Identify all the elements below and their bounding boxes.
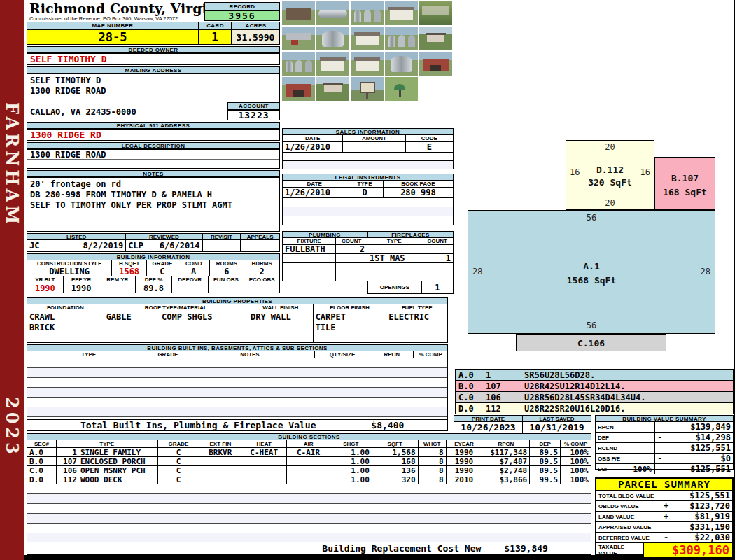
notes-label: NOTES [27, 170, 280, 177]
depovr-value [172, 284, 209, 293]
reviewed-label: REVIEWED [126, 234, 202, 239]
plumbing-row-4 [282, 272, 454, 281]
photo-thumbnail[interactable] [385, 1, 418, 25]
bvs-label: RCLND [596, 443, 655, 453]
building-sections-headers: SEC# TYPE GRADE EXT FIN HEAT AIR SHGT SQ… [27, 440, 592, 448]
dep-value: 99.5 [530, 475, 561, 484]
instrument-empty-row [282, 216, 454, 225]
photo-thumbnail[interactable] [419, 52, 452, 76]
replacement-cost-value: $139,849 [502, 542, 591, 554]
listed-value: JC8/2/2019 [27, 240, 126, 251]
bvs-row: LCF100% $125,551 [596, 464, 733, 474]
comp-value: 100% [561, 448, 591, 456]
parcel-row: OBLDG VALUE +$123,720 [596, 501, 732, 512]
photo-thumbnail[interactable] [385, 52, 418, 76]
ecoobs-value [244, 284, 279, 293]
built-ins-total-row: Total Built Ins, Plumbing & Fireplace Va… [27, 420, 448, 431]
photo-thumbnail[interactable] [385, 27, 418, 50]
wall-finish-label: WALL FINISH [248, 304, 314, 311]
air-value [287, 466, 330, 475]
plumbing-row-2: 1ST MAS 1 [282, 254, 454, 263]
sales-empty-row [282, 161, 454, 169]
grade-value: C [158, 457, 200, 465]
photo-thumbnail[interactable] [316, 1, 349, 25]
photo-thumbnail[interactable] [316, 52, 349, 76]
photo-thumbnail[interactable] [419, 1, 452, 25]
depovr-label: DEPOVR [172, 276, 209, 283]
shgt-value: 1.00 [330, 475, 372, 484]
comp-label: % COMP [561, 440, 591, 447]
photo-thumbnail[interactable] [282, 52, 315, 76]
photo-thumbnail[interactable] [419, 27, 452, 50]
type-label: TYPE [57, 440, 158, 447]
dim-bottom: 56 [468, 321, 715, 330]
photo-thumbnail[interactable] [282, 27, 315, 50]
sales-date-label: DATE [283, 135, 343, 141]
floor-finish-label: FLOOR FINISH [314, 304, 387, 311]
bvs-amount: $139,849 [655, 422, 733, 432]
whgt-value: 8 [419, 475, 447, 484]
bi-rpcn-label: RPCN [370, 351, 414, 358]
dep-value: 89.5 [530, 466, 561, 475]
photo-thumbnail[interactable] [282, 77, 315, 101]
building-properties-headers: FOUNDATION ROOF TYPE/MATERIAL WALL FINIS… [27, 304, 448, 312]
instrument-date-label: DATE [283, 181, 346, 187]
photo-thumbnail[interactable] [316, 27, 349, 50]
air-value [287, 475, 330, 484]
photo-thumbnail[interactable] [351, 1, 384, 25]
rooms-label: ROOMS [210, 260, 245, 267]
shgt-value: 1.00 [330, 466, 372, 475]
photo-thumbnail[interactable] [351, 27, 384, 50]
bdrms-label: BDRMS [244, 260, 279, 267]
sales-amount-value [343, 142, 405, 152]
photo-thumbnail[interactable] [385, 77, 418, 101]
fireplaces-label: FIREPLACES [368, 231, 454, 238]
rpcn-value: $2,748 [482, 466, 530, 475]
fixture-label: FIXTURE [283, 238, 336, 244]
section-sqft: 168 SqFt [655, 187, 715, 197]
funobs-label: FUN OBS [209, 276, 245, 283]
section-name: C.106 [517, 338, 666, 349]
grade-value: C [158, 466, 200, 475]
whgt-value: 8 [419, 457, 447, 465]
listed-label: LISTED [27, 234, 126, 239]
photo-thumbnail[interactable] [351, 52, 384, 76]
sec-value: D.0 [27, 475, 57, 484]
appeals-label: APPEALS [241, 234, 279, 239]
sqft-value: 1,568 [372, 448, 419, 456]
extfin-value [200, 475, 241, 484]
foundation-value: CRAWL BRICK [27, 312, 104, 342]
roof-label: ROOF TYPE/MATERIAL [104, 304, 248, 311]
ecoobs-label: ECO OBS [244, 276, 279, 283]
parcel-amount: +$81,919 [662, 512, 732, 522]
sketch-code-row: C.0 106 U28R56D28L45SR34D4L34U4. [456, 392, 733, 403]
photo-thumbnail[interactable] [316, 77, 349, 101]
parcel-label: OBLDG VALUE [596, 501, 662, 511]
photo-thumbnail[interactable] [282, 1, 315, 25]
grade-value: C [158, 475, 200, 484]
parcel-row: DEFERRED VALUE -$22,030 [596, 533, 732, 543]
extfin-label: EXT FIN [200, 440, 241, 447]
mail-line-1: SELF TIMOTHY D [30, 76, 276, 86]
print-saved-values: 10/26/2023 10/31/2019 [454, 422, 592, 433]
fireplace-count-label: COUNT [421, 238, 453, 244]
building-info-header1: CONSTRUCTION STYLE H SQFT GRADE COND ROO… [27, 260, 280, 267]
review-value-row: JC8/2/2019 CLP6/6/2014 [27, 240, 280, 252]
bvs-row: OBS F/E -$0 [596, 454, 733, 464]
eyear-value: 2010 [447, 475, 483, 484]
photo-thumbnail[interactable] [351, 77, 384, 101]
county-header: Richmond County, Virginia Commissioner o… [29, 2, 203, 22]
section-name: A.1 [468, 261, 715, 272]
whgt-value: 8 [419, 466, 447, 475]
reviewed-value: CLP6/6/2014 [126, 240, 202, 251]
photo-gallery [282, 1, 454, 102]
parcel-amount: +$123,720 [662, 501, 732, 511]
openings-value: 1 [422, 281, 453, 293]
code-num: 106 [486, 392, 524, 402]
dep-value: 89.5 [530, 457, 561, 465]
bvs-label: RPCN [596, 422, 655, 432]
heat-label: HEAT [241, 440, 287, 447]
building-properties-label: BUILDING PROPERTIES [27, 298, 448, 304]
bvs-label: LCF100% [596, 464, 655, 474]
fixture-value: FULLBATH [283, 245, 336, 253]
